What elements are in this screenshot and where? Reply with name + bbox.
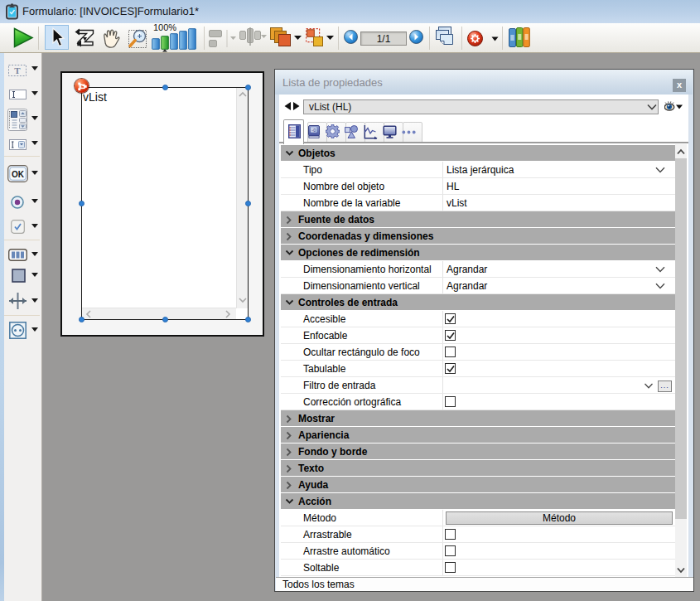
svg-text:OK: OK bbox=[12, 170, 25, 179]
svg-text:T: T bbox=[14, 65, 21, 75]
svg-text:-0: -0 bbox=[311, 128, 316, 133]
